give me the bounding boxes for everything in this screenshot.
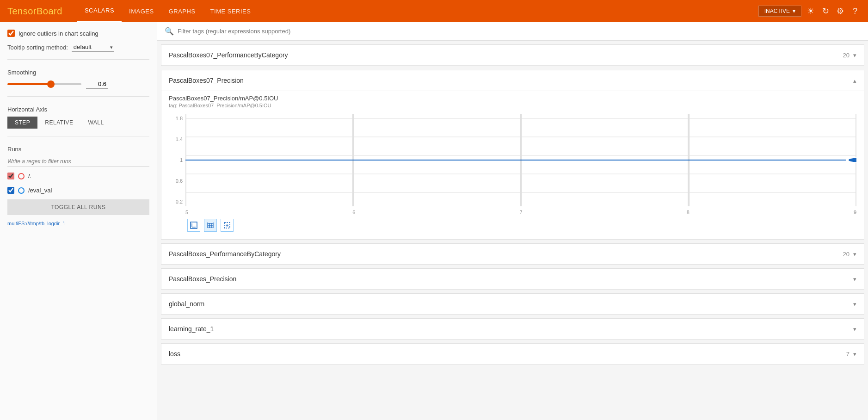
help-icon[interactable]: ? (850, 6, 861, 17)
brightness-icon[interactable]: ☀ (805, 6, 816, 17)
xaxis-9: 9 (854, 210, 856, 215)
smoothing-slider[interactable] (7, 83, 81, 85)
xaxis-8: 8 (687, 210, 689, 215)
section-pascal07prec-title: PascalBoxes07_Precision (169, 77, 244, 84)
section-loss-right: 7 ▾ (846, 351, 856, 358)
section-pascal07prec-right: ▴ (853, 77, 856, 84)
status-chevron: ▾ (793, 8, 795, 14)
outliers-row: Ignore outliers in chart scaling (7, 30, 149, 37)
section-pascalprec-header[interactable]: PascalBoxes_Precision ▾ (161, 269, 864, 289)
chevron-down-icon-4: ▾ (853, 301, 856, 308)
section-learningrate-title: learning_rate_1 (169, 325, 214, 333)
xaxis-5: 5 (185, 210, 188, 215)
search-bar: 🔍 (157, 22, 868, 41)
section-pascalperf-count: 20 (843, 251, 850, 258)
fit-icon (223, 222, 231, 229)
nav-links: SCALARS IMAGES GRAPHS TIME SERIES (77, 0, 259, 22)
run-eval-checkbox[interactable] (7, 187, 14, 194)
run-dot-label: /. (28, 173, 31, 179)
chevron-down-icon-2: ▾ (853, 251, 856, 258)
xaxis-6: 6 (352, 210, 355, 215)
svg-rect-12 (191, 222, 197, 229)
chevron-down-icon-5: ▾ (853, 326, 856, 333)
smoothing-section: Smoothing (7, 67, 149, 89)
runs-filter-input[interactable] (7, 156, 149, 167)
haxis-step-button[interactable]: STEP (7, 117, 37, 129)
svg-point-11 (847, 158, 856, 162)
section-loss-title: loss (169, 350, 180, 358)
smoothing-title: Smoothing (7, 69, 149, 76)
yaxis-1.8: 1.8 (176, 116, 183, 121)
section-pascal07perf-header[interactable]: PascalBoxes07_PerformanceByCategory 20 ▾ (161, 45, 864, 66)
section-pascal07prec-header[interactable]: PascalBoxes07_Precision ▴ (161, 70, 864, 91)
nav-time-series[interactable]: TIME SERIES (203, 0, 259, 22)
section-loss-count: 7 (846, 351, 850, 358)
section-pascalperf-right: 20 ▾ (843, 251, 856, 258)
data-table-button[interactable] (204, 219, 217, 232)
haxis-wall-button[interactable]: WALL (80, 117, 111, 129)
tooltip-row: Tooltip sorting method: default ascendin… (7, 43, 149, 52)
section-loss: loss 7 ▾ (161, 343, 864, 364)
fit-domain-button[interactable] (221, 219, 234, 232)
search-input[interactable] (178, 28, 861, 35)
refresh-icon[interactable]: ↻ (820, 6, 831, 17)
run-eval-label: /eval_val (28, 187, 52, 194)
sidebar: Ignore outliers in chart scaling Tooltip… (0, 22, 157, 420)
chevron-up-icon: ▴ (853, 77, 856, 84)
section-loss-header[interactable]: loss 7 ▾ (161, 344, 864, 364)
smoothing-row (7, 80, 149, 89)
chart-actions (187, 219, 856, 232)
divider-3 (7, 136, 149, 136)
chart-container: PascalBoxes07_Precision/mAP@0.5IOU tag: … (161, 91, 864, 239)
section-learningrate-header[interactable]: learning_rate_1 ▾ (161, 319, 864, 339)
ignore-outliers-label: Ignore outliers in chart scaling (18, 30, 98, 37)
yaxis-1.4: 1.4 (176, 136, 183, 142)
nav-images[interactable]: IMAGES (122, 0, 161, 22)
topnav: TensorBoard SCALARS IMAGES GRAPHS TIME S… (0, 0, 868, 22)
haxis-section: Horizontal Axis STEP RELATIVE WALL (7, 104, 149, 129)
section-pascal07perf-right: 20 ▾ (843, 52, 856, 59)
section-learningrate: learning_rate_1 ▾ (161, 318, 864, 340)
section-pascal07perf-title: PascalBoxes07_PerformanceByCategory (169, 51, 288, 59)
run-dot-checkbox[interactable] (7, 173, 14, 179)
divider-1 (7, 59, 149, 60)
tooltip-select-wrap: default ascending descending nearest (72, 43, 114, 52)
divider-2 (7, 96, 149, 97)
xaxis-7: 7 (519, 210, 522, 215)
outliers-section: Ignore outliers in chart scaling (7, 30, 149, 37)
run-dot-circle (18, 173, 25, 179)
yaxis-1.0: 1 (180, 157, 183, 163)
expand-chart-button[interactable] (187, 219, 200, 232)
chevron-down-icon-3: ▾ (853, 276, 856, 283)
tooltip-select[interactable]: default ascending descending nearest (72, 43, 114, 52)
chart-svg (185, 114, 856, 206)
main-content: 🔍 PascalBoxes07_PerformanceByCategory 20… (157, 22, 868, 420)
nav-scalars[interactable]: SCALARS (77, 0, 122, 22)
chart-title: PascalBoxes07_Precision/mAP@0.5IOU (169, 95, 856, 102)
section-globalnorm-header[interactable]: global_norm ▾ (161, 294, 864, 314)
section-globalnorm: global_norm ▾ (161, 293, 864, 315)
section-pascalprec-title: PascalBoxes_Precision (169, 275, 236, 283)
haxis-relative-button[interactable]: RELATIVE (37, 117, 80, 129)
tooltip-label: Tooltip sorting method: (7, 44, 68, 51)
app-brand: TensorBoard (7, 6, 62, 17)
table-icon (207, 222, 214, 229)
haxis-title: Horizontal Axis (7, 106, 149, 113)
topnav-right: INACTIVE ▾ ☀ ↻ ⚙ ? (758, 6, 861, 17)
toggle-all-runs-button[interactable]: TOGGLE ALL RUNS (7, 199, 149, 215)
settings-icon[interactable]: ⚙ (835, 6, 846, 17)
status-indicator[interactable]: INACTIVE ▾ (758, 6, 801, 17)
section-pascalprec-right: ▾ (853, 276, 856, 283)
section-pascalperf-title: PascalBoxes_PerformanceByCategory (169, 250, 281, 258)
section-learningrate-right: ▾ (853, 326, 856, 333)
chart-subtitle: tag: PascalBoxes07_Precision/mAP@0.5IOU (169, 103, 856, 108)
ignore-outliers-checkbox[interactable] (7, 30, 15, 37)
smoothing-value-input[interactable] (86, 80, 108, 89)
run-item-dot: /. (7, 171, 149, 181)
run-eval-circle (18, 187, 25, 194)
multifs-label: multiFS:///tmp/tb_logdir_1 (7, 221, 149, 226)
nav-graphs[interactable]: GRAPHS (161, 0, 203, 22)
section-pascal07perf-count: 20 (843, 52, 850, 59)
section-pascalperf-header[interactable]: PascalBoxes_PerformanceByCategory 20 ▾ (161, 244, 864, 264)
section-pascal07prec: PascalBoxes07_Precision ▴ PascalBoxes07_… (161, 70, 864, 240)
